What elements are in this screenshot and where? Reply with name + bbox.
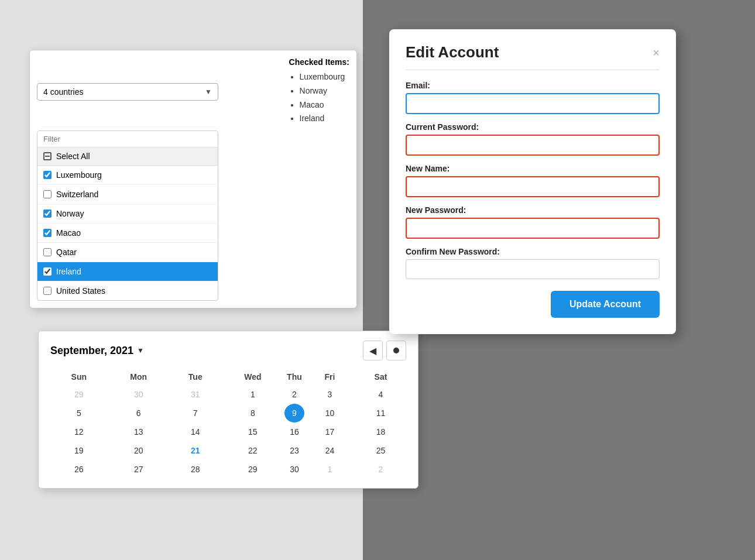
current-password-form-group: Current Password:	[406, 122, 660, 156]
calendar-day[interactable]: 1	[221, 385, 284, 404]
new-name-label: New Name:	[406, 164, 660, 173]
calendar-day[interactable]: 16	[284, 422, 304, 441]
confirm-password-field[interactable]	[406, 259, 660, 279]
dropdown-arrow-icon: ▼	[205, 88, 212, 96]
confirm-password-label: Confirm New Password:	[406, 247, 660, 256]
calendar-day[interactable]: 4	[355, 385, 406, 404]
item-checkbox-norway[interactable]	[43, 209, 52, 218]
calendar-day[interactable]: 10	[304, 404, 355, 422]
calendar-grid: Sun Mon Tue Wed Thu Fri Sat 293031123456…	[50, 369, 406, 479]
calendar-day[interactable]: 24	[304, 441, 355, 460]
calendar-day[interactable]: 23	[284, 441, 304, 460]
new-password-form-group: New Password:	[406, 205, 660, 239]
calendar-title: September, 2021 ▼	[50, 345, 144, 357]
checked-item: Luxembourg	[300, 70, 349, 84]
list-item[interactable]: Switzerland	[37, 185, 218, 204]
email-form-group: Email:	[406, 81, 660, 114]
multiselect-dropdown-button[interactable]: 4 countries ▼	[37, 83, 218, 101]
list-item[interactable]: Qatar	[37, 243, 218, 262]
today-dot-icon	[393, 348, 399, 353]
calendar-prev-button[interactable]: ◀	[363, 341, 383, 360]
update-account-button[interactable]: Update Account	[551, 291, 660, 318]
calendar-day[interactable]: 21	[170, 441, 221, 460]
item-checkbox-united-states[interactable]	[43, 287, 52, 295]
item-label: Norway	[56, 209, 84, 218]
calendar-today-button[interactable]	[386, 341, 406, 360]
calendar-header: September, 2021 ▼ ◀	[50, 341, 406, 360]
calendar-day[interactable]: 6	[108, 404, 170, 422]
new-password-label: New Password:	[406, 205, 660, 215]
calendar-day[interactable]: 30	[284, 460, 304, 479]
calendar-day[interactable]: 7	[170, 404, 221, 422]
select-all-row[interactable]: Select All	[37, 147, 218, 166]
day-header-sat: Sat	[355, 369, 406, 385]
item-label: Switzerland	[56, 190, 98, 199]
item-label: Luxembourg	[56, 170, 102, 180]
calendar-day[interactable]: 12	[50, 422, 108, 441]
multiselect-list-container: Select All Luxembourg Switzerland Norway	[37, 130, 218, 301]
new-name-field[interactable]	[406, 176, 660, 197]
calendar-day[interactable]: 20	[108, 441, 170, 460]
modal-title: Edit Account	[406, 43, 499, 61]
day-header-mon: Mon	[108, 369, 170, 385]
day-header-sun: Sun	[50, 369, 108, 385]
modal-close-button[interactable]: ×	[653, 47, 660, 59]
calendar-day[interactable]: 29	[221, 460, 284, 479]
calendar-day[interactable]: 28	[170, 460, 221, 479]
list-item[interactable]: United States	[37, 281, 218, 300]
item-checkbox-ireland[interactable]	[43, 267, 52, 276]
edit-account-modal: Edit Account × Email: Current Password: …	[389, 29, 676, 334]
calendar-day[interactable]: 19	[50, 441, 108, 460]
calendar-widget: September, 2021 ▼ ◀ Sun Mon Tue Wed Thu …	[38, 331, 418, 489]
checked-items-panel: Checked Items: Luxembourg Norway Macao I…	[289, 57, 349, 126]
calendar-day[interactable]: 25	[355, 441, 406, 460]
calendar-day[interactable]: 22	[221, 441, 284, 460]
modal-header: Edit Account ×	[406, 43, 660, 70]
item-label: Ireland	[56, 267, 81, 276]
calendar-day[interactable]: 3	[304, 385, 355, 404]
new-password-field[interactable]	[406, 218, 660, 239]
calendar-day[interactable]: 18	[355, 422, 406, 441]
checked-items-list: Luxembourg Norway Macao Ireland	[289, 70, 349, 126]
calendar-day[interactable]: 2	[284, 385, 304, 404]
list-item[interactable]: Norway	[37, 204, 218, 224]
item-label: Macao	[56, 228, 81, 238]
calendar-day[interactable]: 17	[304, 422, 355, 441]
calendar-day[interactable]: 13	[108, 422, 170, 441]
calendar-day[interactable]: 11	[355, 404, 406, 422]
email-field[interactable]	[406, 93, 660, 114]
item-checkbox-luxembourg[interactable]	[43, 171, 52, 179]
day-header-thu: Thu	[284, 369, 304, 385]
current-password-field[interactable]	[406, 135, 660, 156]
new-name-form-group: New Name:	[406, 164, 660, 197]
list-item-active[interactable]: Ireland	[37, 262, 218, 281]
list-item[interactable]: Macao	[37, 224, 218, 243]
item-checkbox-switzerland[interactable]	[43, 190, 52, 198]
multiselect-widget: 4 countries ▼ Checked Items: Luxembourg …	[29, 50, 357, 308]
calendar-day[interactable]: 29	[50, 385, 108, 404]
calendar-day[interactable]: 15	[221, 422, 284, 441]
multiselect-filter-input[interactable]	[37, 131, 218, 147]
calendar-day[interactable]: 27	[108, 460, 170, 479]
checked-item: Ireland	[300, 112, 349, 126]
calendar-day[interactable]: 5	[50, 404, 108, 422]
calendar-day[interactable]: 2	[355, 460, 406, 479]
email-label: Email:	[406, 81, 660, 90]
calendar-day[interactable]: 1	[304, 460, 355, 479]
calendar-day[interactable]: 31	[170, 385, 221, 404]
list-item[interactable]: Luxembourg	[37, 166, 218, 185]
calendar-day[interactable]: 30	[108, 385, 170, 404]
multiselect-body: Select All Luxembourg Switzerland Norway	[37, 130, 349, 301]
item-checkbox-macao[interactable]	[43, 229, 52, 237]
checked-item: Macao	[300, 98, 349, 112]
checked-items-title: Checked Items:	[289, 57, 349, 67]
calendar-day[interactable]: 9	[284, 404, 304, 422]
calendar-day[interactable]: 14	[170, 422, 221, 441]
calendar-dropdown-arrow-icon[interactable]: ▼	[137, 346, 144, 355]
multiselect-items-list: Luxembourg Switzerland Norway Macao Qata…	[37, 166, 218, 300]
calendar-day[interactable]: 8	[221, 404, 284, 422]
item-checkbox-qatar[interactable]	[43, 248, 52, 256]
calendar-day[interactable]: 26	[50, 460, 108, 479]
multiselect-header: 4 countries ▼ Checked Items: Luxembourg …	[37, 57, 349, 126]
multiselect-summary: 4 countries	[43, 87, 83, 97]
